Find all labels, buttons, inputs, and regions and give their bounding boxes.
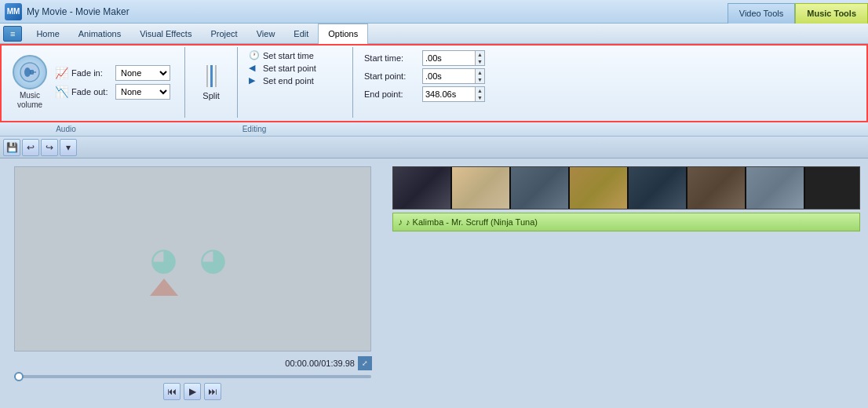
split-line-center (210, 65, 213, 87)
split-section: Split (190, 47, 232, 118)
editing-section-label: Editing (176, 125, 333, 133)
playback-time: 00:00.00/01:39.98 (285, 359, 355, 368)
music-volume-svg (20, 62, 40, 82)
title-bar: MM My Movie - Movie Maker Video Tools Mu… (0, 0, 868, 24)
expand-icon[interactable]: ⤢ (358, 356, 372, 370)
start-point-down[interactable]: ▼ (476, 76, 484, 83)
film-frame-2 (452, 167, 511, 209)
film-frame-5 (629, 167, 687, 209)
set-start-point-row: ◀ Set start point (249, 63, 341, 73)
undo-button[interactable]: ↩ (22, 139, 39, 156)
end-point-label: End point: (364, 89, 419, 99)
app-icon: MM (5, 3, 22, 20)
start-point-up[interactable]: ▲ (476, 69, 484, 76)
end-point-spinner[interactable]: ▲ ▼ (475, 87, 484, 101)
split-line-right (215, 65, 217, 87)
redo-button[interactable]: ↪ (41, 139, 58, 156)
start-time-down[interactable]: ▼ (476, 58, 484, 65)
playback-controls: ⏮ ▶ ⏭ (163, 383, 221, 400)
start-point-spinner[interactable]: ▲ ▼ (475, 69, 484, 83)
set-start-time-icon: 🕐 (249, 50, 260, 60)
save-button[interactable]: 💾 (3, 139, 20, 156)
main-area: ◕ ◕ 00:00.00/01:39.98 ⤢ ⏮ ▶ ⏭ (0, 158, 868, 408)
end-point-down[interactable]: ▼ (476, 94, 484, 101)
start-point-value: .00s (423, 69, 475, 83)
tool-tabs: Video Tools Music Tools (728, 0, 868, 24)
tab-visual-effects[interactable]: Visual Effects (130, 24, 201, 44)
tab-animations[interactable]: Animations (69, 24, 130, 44)
fade-in-select[interactable]: NoneSlowMediumFast (115, 65, 170, 81)
split-label[interactable]: Split (202, 91, 219, 100)
film-frame-4 (570, 167, 629, 209)
fade-out-row: 📉 Fade out: NoneSlowMediumFast (55, 84, 170, 100)
ribbon-tabs: ≡ Home Animations Visual Effects Project… (0, 24, 868, 44)
playback-bar[interactable] (14, 375, 371, 378)
set-start-time-row: 🕐 Set start time (249, 50, 341, 60)
divider-3 (352, 47, 353, 118)
tab-edit[interactable]: Edit (284, 24, 318, 44)
volume-icon[interactable] (13, 55, 47, 89)
music-track[interactable]: ♪ ♪ Kalimba - Mr. Scruff (Ninja Tuna) (392, 213, 860, 231)
film-frame-6 (687, 167, 746, 209)
preview-canvas: ◕ ◕ (14, 166, 371, 352)
set-end-point-icon: ▶ (249, 75, 260, 86)
audio-section: Musicvolume 📈 Fade in: NoneSlowMediumFas… (6, 47, 180, 118)
editing-section: 🕐 Set start time ◀ Set start point ▶ Set… (243, 47, 348, 118)
tab-project[interactable]: Project (201, 24, 246, 44)
set-start-point-label[interactable]: Set start point (263, 64, 341, 73)
section-labels-bar: Audio Editing (0, 122, 868, 137)
start-point-row: Start point: .00s ▲ ▼ (364, 68, 485, 84)
end-point-row: End point: 348.06s ▲ ▼ (364, 86, 485, 102)
playback-slider[interactable] (14, 375, 371, 378)
end-point-value: 348.06s (423, 87, 475, 101)
start-point-input[interactable]: .00s ▲ ▼ (422, 68, 485, 84)
set-end-point-label[interactable]: Set end point (263, 76, 341, 86)
set-start-time-label[interactable]: Set start time (263, 51, 341, 60)
prev-frame-button[interactable]: ⏮ (163, 383, 181, 400)
film-frame-7 (746, 167, 805, 209)
fade-out-select[interactable]: NoneSlowMediumFast (115, 84, 170, 100)
end-point-up[interactable]: ▲ (476, 87, 484, 94)
music-note-icon: ♪ (398, 217, 403, 228)
slider-thumb[interactable] (14, 372, 24, 381)
tab-home[interactable]: Home (27, 24, 68, 44)
film-frame-1 (393, 167, 452, 209)
film-frame-3 (511, 167, 570, 209)
fade-out-icon: 📉 (55, 86, 68, 98)
loading-spinner-right: ◕ (199, 241, 227, 277)
start-time-up[interactable]: ▲ (476, 51, 484, 58)
tab-music-tools[interactable]: Music Tools (795, 3, 868, 24)
time-display: 00:00.00/01:39.98 ⤢ (285, 356, 372, 370)
set-end-point-row: ▶ Set end point (249, 75, 341, 86)
svg-point-1 (24, 67, 31, 77)
set-start-point-icon: ◀ (249, 63, 260, 73)
split-icon (199, 64, 223, 88)
toolbar: 💾 ↩ ↪ ▾ (0, 137, 868, 158)
end-point-input[interactable]: 348.06s ▲ ▼ (422, 86, 485, 102)
next-frame-button[interactable]: ⏭ (204, 383, 221, 400)
audio-section-label: Audio (3, 125, 129, 133)
divider-1 (184, 47, 185, 118)
play-button[interactable]: ▶ (184, 383, 201, 400)
start-point-label: Start point: (364, 71, 419, 81)
fade-out-label: Fade out: (71, 87, 112, 97)
preview-triangle (150, 279, 178, 296)
divider-2 (237, 47, 238, 118)
music-volume-label: Musicvolume (17, 91, 42, 110)
tab-video-tools[interactable]: Video Tools (728, 3, 795, 24)
tab-view[interactable]: View (247, 24, 285, 44)
quick-access-dropdown[interactable]: ▾ (60, 139, 77, 156)
fade-in-label: Fade in: (71, 68, 112, 78)
ribbon-content: Musicvolume 📈 Fade in: NoneSlowMediumFas… (0, 44, 868, 122)
svg-rect-3 (33, 71, 36, 73)
start-time-row: Start time: .00s ▲ ▼ (364, 50, 485, 66)
start-time-input[interactable]: .00s ▲ ▼ (422, 50, 485, 66)
menu-button[interactable]: ≡ (3, 26, 22, 42)
start-time-label: Start time: (364, 53, 419, 63)
loading-spinner-left: ◕ (150, 241, 177, 277)
fade-in-row: 📈 Fade in: NoneSlowMediumFast (55, 65, 170, 81)
film-strip (392, 166, 860, 209)
start-time-spinner[interactable]: ▲ ▼ (475, 51, 484, 65)
timeline-panel: ♪ ♪ Kalimba - Mr. Scruff (Ninja Tuna) (385, 158, 868, 408)
tab-options[interactable]: Options (318, 24, 368, 44)
